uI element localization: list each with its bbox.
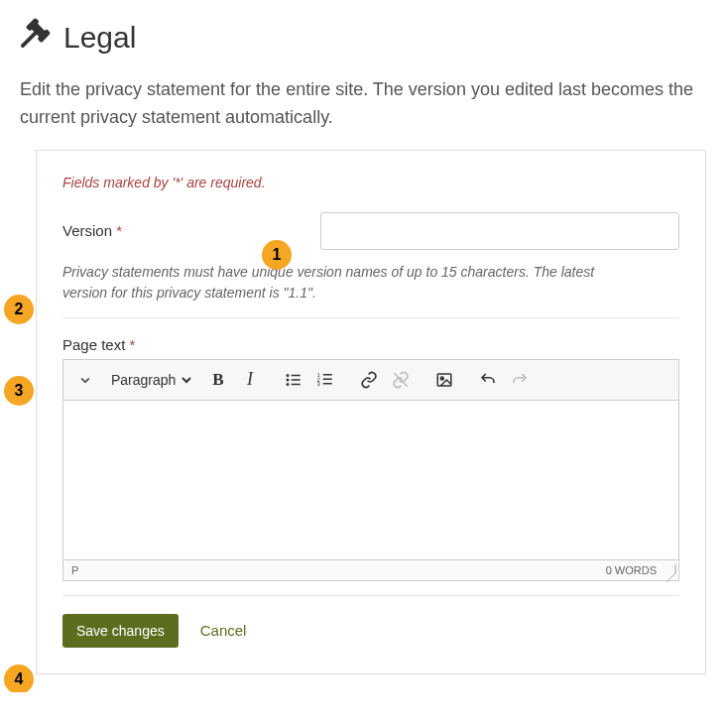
redo-button [506,366,534,394]
svg-rect-13 [437,374,451,386]
form-actions: Save changes Cancel [62,614,679,648]
annotation-marker-3: 3 [4,376,34,406]
gavel-icon [20,18,52,57]
toolbar-expand-button[interactable] [71,366,99,394]
svg-text:3: 3 [317,381,320,387]
annotation-marker-2: 2 [4,295,34,324]
svg-rect-1 [292,375,301,377]
page-title-text: Legal [63,21,136,55]
rich-text-editor: Paragraph B I 123 [62,359,679,581]
editor-toolbar: Paragraph B I 123 [63,360,678,401]
page-title: Legal [20,18,706,57]
svg-rect-7 [323,374,332,376]
image-button[interactable] [430,366,458,394]
editor-word-count: 0 WORDS [606,564,670,576]
save-button[interactable]: Save changes [62,614,179,648]
svg-point-2 [287,378,290,381]
format-select[interactable]: Paragraph [105,367,194,393]
editor-status-bar: P 0 WORDS [63,559,678,580]
bold-button[interactable]: B [204,366,232,394]
unlink-button [387,366,415,394]
svg-point-14 [440,377,443,380]
editor-path-indicator: P [71,564,78,576]
required-star: * [130,336,136,353]
page-intro: Edit the privacy statement for the entir… [20,76,706,132]
separator [62,595,679,596]
numbered-list-button[interactable]: 123 [311,366,339,394]
editor-content-area[interactable] [63,401,678,559]
italic-button[interactable]: I [236,366,264,394]
svg-point-4 [287,383,290,386]
cancel-link[interactable]: Cancel [200,622,247,639]
annotation-marker-4: 4 [4,665,34,692]
annotation-marker-1: 1 [262,240,292,270]
version-label: Version * [62,222,320,239]
form-panel: 1 2 3 4 Fields marked by '*' are require… [36,150,706,674]
link-button[interactable] [355,366,383,394]
undo-button[interactable] [474,366,502,394]
version-field-row: Version * [62,212,679,250]
svg-rect-3 [292,379,301,381]
required-fields-note: Fields marked by '*' are required. [62,175,679,190]
version-input[interactable] [320,212,679,250]
version-help-text: Privacy statements must have unique vers… [62,262,679,303]
separator [62,317,679,318]
page-text-label: Page text * [62,336,320,353]
svg-rect-9 [323,378,332,380]
svg-rect-11 [323,383,332,385]
svg-point-0 [287,374,290,377]
required-star: * [116,222,122,239]
svg-rect-5 [292,384,301,386]
bullet-list-button[interactable] [280,366,307,394]
